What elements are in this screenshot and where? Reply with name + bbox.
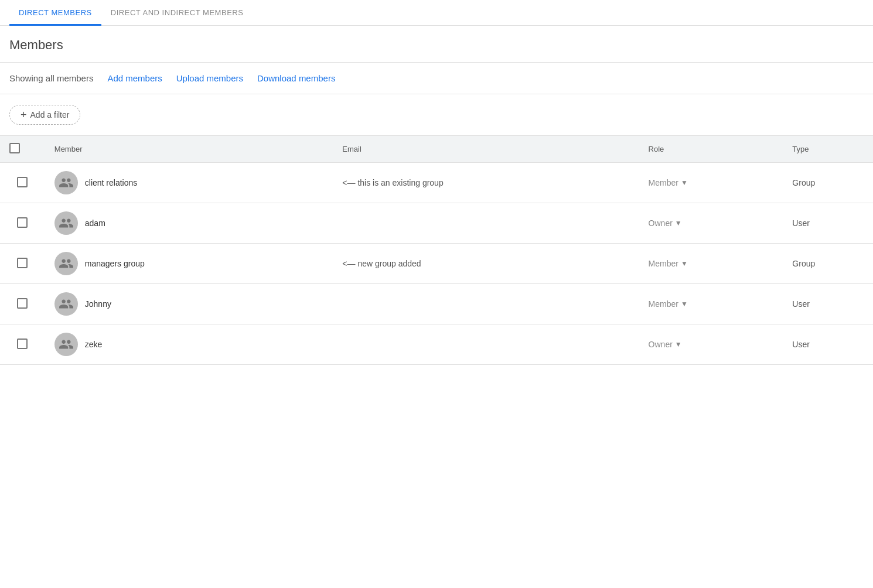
avatar bbox=[54, 211, 78, 235]
type-text: User bbox=[792, 299, 810, 309]
table-header: Member Email Role Type bbox=[0, 136, 873, 163]
role-text: Owner bbox=[649, 340, 673, 349]
table-row: client relations<— this is an existing g… bbox=[0, 163, 873, 203]
avatar bbox=[54, 171, 78, 194]
col-header-check bbox=[0, 136, 45, 163]
role-cell: Member▼ bbox=[649, 299, 774, 309]
member-cell: adam bbox=[54, 211, 324, 235]
table-row: zekeOwner▼User bbox=[0, 324, 873, 365]
type-text: User bbox=[792, 218, 810, 228]
role-text: Owner bbox=[649, 218, 673, 228]
role-dropdown-arrow[interactable]: ▼ bbox=[675, 340, 682, 348]
member-cell: client relations bbox=[54, 171, 324, 194]
add-members-link[interactable]: Add members bbox=[107, 73, 162, 83]
row-checkbox[interactable] bbox=[17, 258, 28, 268]
row-checkbox[interactable] bbox=[17, 177, 28, 187]
member-cell: managers group bbox=[54, 252, 324, 275]
col-header-type: Type bbox=[783, 136, 873, 163]
avatar bbox=[54, 252, 78, 275]
col-header-role: Role bbox=[639, 136, 783, 163]
role-text: Member bbox=[649, 178, 678, 187]
tab-direct-members[interactable]: DIRECT MEMBERS bbox=[9, 0, 101, 26]
tab-direct-indirect-members[interactable]: DIRECT AND INDIRECT MEMBERS bbox=[101, 0, 253, 26]
avatar bbox=[54, 333, 78, 356]
plus-icon: + bbox=[21, 110, 27, 120]
member-name: managers group bbox=[85, 259, 145, 268]
row-checkbox[interactable] bbox=[17, 339, 28, 349]
member-name: zeke bbox=[85, 340, 103, 349]
role-cell: Member▼ bbox=[649, 259, 774, 268]
role-dropdown-arrow[interactable]: ▼ bbox=[681, 259, 688, 268]
table-row: managers group<— new group addedMember▼G… bbox=[0, 244, 873, 284]
member-name: adam bbox=[85, 218, 105, 228]
avatar bbox=[54, 292, 78, 316]
type-text: Group bbox=[792, 259, 815, 268]
member-cell: Johnny bbox=[54, 292, 324, 316]
table-body: client relations<— this is an existing g… bbox=[0, 163, 873, 365]
row-checkbox[interactable] bbox=[17, 298, 28, 309]
filter-bar: + Add a filter bbox=[0, 94, 873, 136]
tabs-bar: DIRECT MEMBERS DIRECT AND INDIRECT MEMBE… bbox=[0, 0, 873, 26]
upload-members-link[interactable]: Upload members bbox=[176, 73, 243, 83]
member-name: client relations bbox=[85, 178, 138, 187]
member-cell: zeke bbox=[54, 333, 324, 356]
role-cell: Owner▼ bbox=[649, 340, 774, 349]
add-filter-button[interactable]: + Add a filter bbox=[9, 105, 80, 125]
role-text: Member bbox=[649, 259, 678, 268]
type-text: Group bbox=[792, 178, 815, 187]
role-dropdown-arrow[interactable]: ▼ bbox=[681, 179, 688, 187]
role-cell: Owner▼ bbox=[649, 218, 774, 228]
type-text: User bbox=[792, 340, 810, 349]
members-table: Member Email Role Type client relations<… bbox=[0, 136, 873, 365]
table-row: adamOwner▼User bbox=[0, 203, 873, 244]
role-text: Member bbox=[649, 299, 678, 309]
col-header-email: Email bbox=[333, 136, 639, 163]
col-header-member: Member bbox=[45, 136, 333, 163]
role-dropdown-arrow[interactable]: ▼ bbox=[675, 219, 682, 227]
email-text: <— new group added bbox=[342, 259, 421, 268]
select-all-checkbox[interactable] bbox=[9, 143, 20, 153]
members-header: Members bbox=[0, 26, 873, 63]
member-name: Johnny bbox=[85, 299, 111, 309]
showing-label: Showing all members bbox=[9, 73, 93, 83]
add-filter-label: Add a filter bbox=[30, 110, 70, 119]
table-row: JohnnyMember▼User bbox=[0, 284, 873, 324]
email-text: <— this is an existing group bbox=[342, 178, 443, 187]
members-title: Members bbox=[9, 37, 864, 53]
row-checkbox[interactable] bbox=[17, 217, 28, 228]
role-cell: Member▼ bbox=[649, 178, 774, 187]
action-bar: Showing all members Add members Upload m… bbox=[0, 63, 873, 94]
download-members-link[interactable]: Download members bbox=[257, 73, 335, 83]
role-dropdown-arrow[interactable]: ▼ bbox=[681, 300, 688, 308]
